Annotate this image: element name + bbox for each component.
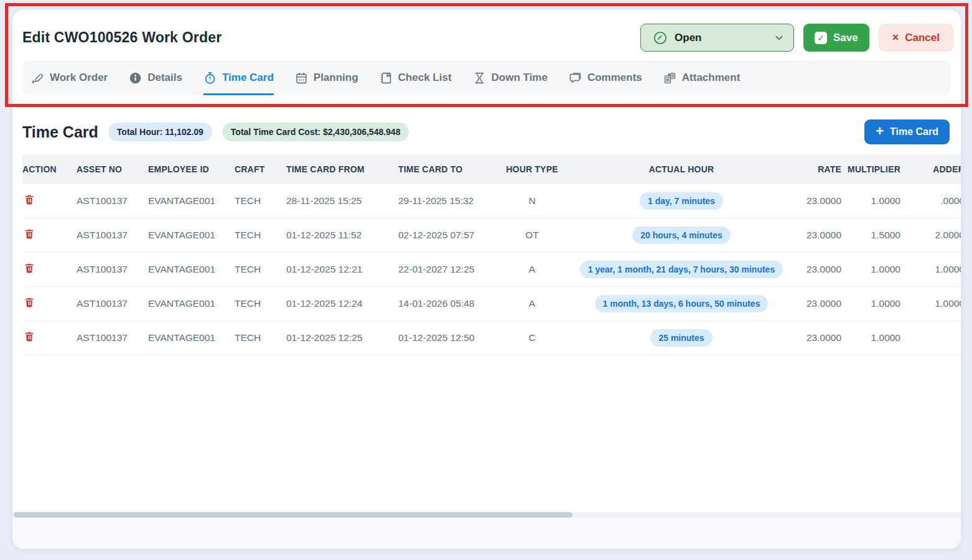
trash-icon xyxy=(24,296,35,309)
cancel-button[interactable]: × Cancel xyxy=(879,24,953,52)
col-adder: ADDER xyxy=(907,154,961,184)
tab-label: Comments xyxy=(587,72,642,84)
cell-asset-no: AST100137 xyxy=(77,287,148,321)
table-row: AST100137 EVANTAGE001 TECH 01-12-2025 12… xyxy=(22,253,961,287)
horizontal-scrollbar-track[interactable] xyxy=(12,512,961,518)
tab-work-order[interactable]: Work Order xyxy=(31,60,108,95)
cell-hour-type: C xyxy=(492,321,572,355)
card-header: Edit CWO100526 Work Order Open ✓ Save × … xyxy=(12,10,961,60)
cell-time-card-from: 01-12-2025 12:25 xyxy=(286,321,398,355)
stopwatch-icon xyxy=(203,72,217,85)
total-cost-badge: Total Time Card Cost: $2,430,306,548.948 xyxy=(222,123,409,141)
attachment-icon xyxy=(663,72,676,85)
cell-time-card-from: 01-12-2025 11:52 xyxy=(286,218,398,253)
cell-hour-type: A xyxy=(492,253,572,287)
trash-icon xyxy=(24,194,35,206)
delete-row-button[interactable] xyxy=(22,194,35,208)
delete-row-button[interactable] xyxy=(22,296,35,310)
cell-rate: 23.0000 xyxy=(790,321,848,355)
delete-row-button[interactable] xyxy=(22,330,35,345)
status-dropdown[interactable]: Open xyxy=(640,24,794,52)
col-rate: RATE xyxy=(790,154,848,184)
cell-actual-hour: 20 hours, 4 minutes xyxy=(572,218,790,253)
tab-label: Time Card xyxy=(222,72,274,84)
cell-asset-no: AST100137 xyxy=(77,184,148,218)
cell-craft: TECH xyxy=(235,253,286,287)
cell-employee-id: EVANTAGE001 xyxy=(148,253,235,287)
cell-time-card-from: 01-12-2025 12:21 xyxy=(286,253,398,287)
save-button[interactable]: ✓ Save xyxy=(803,24,869,52)
tab-comments[interactable]: Comments xyxy=(569,60,642,95)
delete-row-button[interactable] xyxy=(22,262,35,276)
header-actions: Open ✓ Save × Cancel xyxy=(640,24,953,52)
cell-employee-id: EVANTAGE001 xyxy=(148,218,235,253)
cell-adder: 2.0000 xyxy=(907,218,961,253)
tab-planning[interactable]: Planning xyxy=(295,60,358,95)
edit-circle-icon xyxy=(653,31,667,45)
col-multiplier: MULTIPLIER xyxy=(848,154,907,184)
save-button-label: Save xyxy=(833,32,858,44)
status-label: Open xyxy=(675,32,773,44)
cell-hour-type: OT xyxy=(492,218,572,253)
col-hour-type: HOUR TYPE xyxy=(492,154,572,184)
table-row: AST100137 EVANTAGE001 TECH 01-12-2025 12… xyxy=(22,287,961,321)
col-time-card-to: TIME CARD TO xyxy=(398,154,492,184)
cell-rate: 23.0000 xyxy=(790,253,848,287)
section-title: Time Card xyxy=(22,123,98,141)
cell-employee-id: EVANTAGE001 xyxy=(148,184,235,218)
col-action: ACTION xyxy=(22,154,77,184)
plus-icon: + xyxy=(876,124,884,138)
cell-rate: 23.0000 xyxy=(790,287,848,321)
col-craft: CRAFT xyxy=(235,154,286,184)
cell-asset-no: AST100137 xyxy=(77,321,148,355)
trash-icon xyxy=(24,262,35,274)
table-row: AST100137 EVANTAGE001 TECH 01-12-2025 12… xyxy=(22,321,961,355)
cell-adder xyxy=(907,321,961,355)
cell-actual-hour: 1 month, 13 days, 6 hours, 50 minutes xyxy=(572,287,790,321)
time-card-table-container: ACTION ASSET NO EMPLOYEE ID CRAFT TIME C… xyxy=(12,154,961,512)
horizontal-scrollbar-thumb[interactable] xyxy=(14,512,572,518)
cell-asset-no: AST100137 xyxy=(77,218,148,253)
cell-multiplier: 1.5000 xyxy=(848,218,907,253)
delete-row-button[interactable] xyxy=(22,228,35,242)
table-row: AST100137 EVANTAGE001 TECH 28-11-2025 15… xyxy=(22,184,961,218)
cell-time-card-to: 29-11-2025 15:32 xyxy=(398,184,492,218)
cell-time-card-to: 02-12-2025 07:57 xyxy=(398,218,492,253)
tab-attachment[interactable]: Attachment xyxy=(663,60,741,95)
tab-label: Work Order xyxy=(50,72,108,84)
cell-time-card-to: 22-01-2027 12:25 xyxy=(398,253,492,287)
cell-craft: TECH xyxy=(235,321,286,355)
notebook-icon xyxy=(380,72,393,85)
cell-adder: 1.0000 xyxy=(907,253,961,287)
add-time-card-button[interactable]: + Time Card xyxy=(864,119,950,144)
tabbar: Work Order Details Time Card Planning xyxy=(22,60,951,95)
pen-icon xyxy=(31,72,44,85)
tab-time-card[interactable]: Time Card xyxy=(203,60,274,95)
actual-hour-badge: 20 hours, 4 minutes xyxy=(632,226,730,244)
cell-multiplier: 1.0000 xyxy=(848,321,907,355)
col-asset-no: ASSET NO xyxy=(77,154,148,184)
cell-hour-type: A xyxy=(492,287,572,321)
time-card-table: ACTION ASSET NO EMPLOYEE ID CRAFT TIME C… xyxy=(22,154,961,355)
cell-time-card-to: 01-12-2025 12:50 xyxy=(398,321,492,355)
cell-time-card-to: 14-01-2026 05:48 xyxy=(398,287,492,321)
tab-check-list[interactable]: Check List xyxy=(380,60,452,95)
add-time-card-label: Time Card xyxy=(890,126,938,138)
close-icon: × xyxy=(892,31,899,44)
cell-adder: 1.0000 xyxy=(907,287,961,321)
cell-employee-id: EVANTAGE001 xyxy=(148,321,235,355)
cell-actual-hour: 1 year, 1 month, 21 days, 7 hours, 30 mi… xyxy=(572,253,790,287)
page-title: Edit CWO100526 Work Order xyxy=(22,29,222,46)
tab-details[interactable]: Details xyxy=(129,60,182,95)
tab-label: Attachment xyxy=(682,72,741,84)
cell-asset-no: AST100137 xyxy=(77,253,148,287)
tab-down-time[interactable]: Down Time xyxy=(473,60,548,95)
cell-multiplier: 1.0000 xyxy=(848,253,907,287)
col-actual-hour: ACTUAL HOUR xyxy=(572,154,790,184)
hourglass-icon xyxy=(473,72,486,85)
cell-adder: .0000 xyxy=(907,184,961,218)
table-header-row: ACTION ASSET NO EMPLOYEE ID CRAFT TIME C… xyxy=(22,154,961,184)
work-order-card: Edit CWO100526 Work Order Open ✓ Save × … xyxy=(12,10,961,549)
tab-label: Planning xyxy=(314,72,358,84)
cell-hour-type: N xyxy=(492,184,572,218)
